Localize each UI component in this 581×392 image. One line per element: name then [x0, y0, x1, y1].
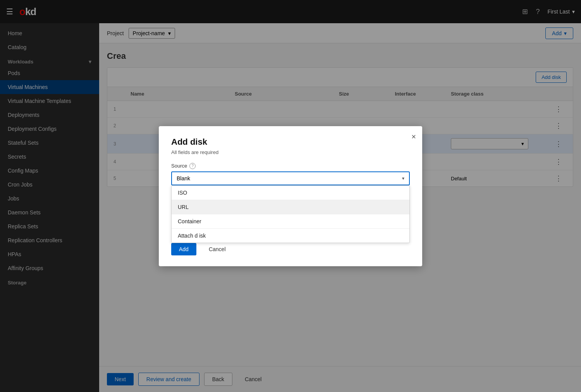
- modal-overlay: × Add disk All fields are required Sourc…: [0, 0, 581, 392]
- modal-title: Add disk: [171, 137, 410, 147]
- dropdown-option-iso[interactable]: ISO: [172, 186, 409, 200]
- source-field: Source ? Blank ▾ ISO URL Container Attac…: [171, 163, 410, 185]
- source-dropdown-container: Blank ▾ ISO URL Container Attach d isk: [171, 171, 410, 185]
- source-label: Source ?: [171, 163, 410, 169]
- source-dropdown-menu: ISO URL Container Attach d isk: [171, 185, 410, 243]
- dropdown-option-attach-disk[interactable]: Attach d isk: [172, 229, 409, 243]
- modal-required-text: All fields are required: [171, 149, 410, 155]
- chevron-down-icon: ▾: [402, 176, 404, 181]
- add-disk-modal: × Add disk All fields are required Sourc…: [159, 126, 422, 266]
- source-dropdown[interactable]: Blank ▾: [171, 171, 410, 185]
- modal-actions: Add Cancel: [171, 243, 410, 255]
- modal-add-button[interactable]: Add: [171, 243, 196, 255]
- modal-cancel-button[interactable]: Cancel: [201, 243, 234, 255]
- modal-close-button[interactable]: ×: [411, 132, 416, 141]
- dropdown-option-container[interactable]: Container: [172, 214, 409, 228]
- dropdown-option-url[interactable]: URL: [172, 200, 409, 214]
- source-help-icon[interactable]: ?: [189, 163, 196, 169]
